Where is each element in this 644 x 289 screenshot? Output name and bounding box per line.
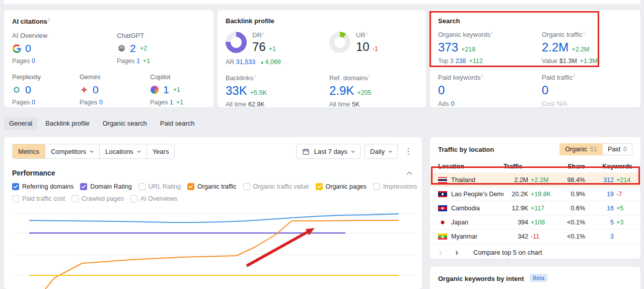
ur-block: UR 10-1 — [329, 31, 418, 66]
pages-delta: +1 — [176, 99, 183, 106]
ai-citation-count[interactable]: 0 — [25, 42, 31, 54]
checkbox-organic-traffic-value[interactable]: Organic traffic value — [243, 183, 309, 190]
ref-domains-value[interactable]: 2.9K — [329, 84, 354, 97]
checkbox-box-icon — [12, 183, 19, 190]
info-icon — [254, 74, 255, 79]
checkbox-impressions[interactable]: Impressions — [373, 183, 417, 190]
ai-source-label: ChatGPT — [117, 32, 205, 39]
paid-traffic-value[interactable]: 0 — [542, 83, 548, 97]
collapse-chevron-icon[interactable] — [405, 168, 414, 178]
country-name[interactable]: Myanmar — [451, 233, 477, 240]
checkbox-referring-domains[interactable]: Referring domains — [12, 183, 74, 190]
tab-paid-search[interactable]: Paid search — [155, 117, 200, 130]
location-row-japan[interactable]: Japan394+108<0.1%5+3 — [430, 215, 640, 229]
chevron-down-icon — [351, 147, 355, 156]
value-label: Value — [542, 57, 557, 65]
pages-count[interactable]: 0 — [32, 57, 35, 65]
paid-toggle-button[interactable]: Paid 0 — [603, 143, 632, 155]
traffic-value: 342 — [518, 233, 528, 240]
pages-count[interactable]: 1 — [170, 99, 173, 106]
ai-source-label: AI Overview — [12, 32, 117, 39]
checkbox-label: Organic traffic value — [253, 183, 309, 190]
ai-citation-chatgpt: ChatGPT2+2Pages 1+1 — [117, 32, 205, 65]
filter-competitors[interactable]: Competitors — [45, 144, 99, 158]
filter-years[interactable]: Years — [147, 144, 175, 158]
country-name[interactable]: Japan — [451, 219, 468, 226]
chevron-down-icon — [388, 147, 392, 156]
country-name[interactable]: Cambodia — [451, 205, 480, 212]
keywords-value[interactable]: 16 — [607, 205, 614, 212]
keywords-by-intent-title: Organic keywords by intent — [438, 275, 524, 282]
checkbox-url-rating[interactable]: URL Rating — [138, 183, 181, 190]
filter-metrics[interactable]: Metrics — [13, 144, 45, 158]
pages-label: Pages — [117, 57, 136, 65]
more-options-icon[interactable]: ⋮ — [402, 147, 415, 155]
location-row-myanmar[interactable]: Myanmar342-11<0.1%3 — [430, 229, 640, 243]
backlinks-value[interactable]: 33K — [226, 84, 247, 97]
pages-count[interactable]: 0 — [32, 99, 35, 106]
search-card: Search Organic keywords 373+218 Top 3238… — [430, 10, 640, 107]
location-row-cambodia[interactable]: Cambodia12.9K+1170.6%16+5 — [430, 201, 640, 215]
copilot-icon — [150, 85, 159, 94]
keywords-value[interactable]: 5 — [610, 219, 614, 226]
location-row-lao-people-s-democratic-reput[interactable]: Lao People's Democratic Reput20.2K+19.8K… — [430, 187, 640, 201]
prev-page-icon[interactable]: ‹ — [438, 248, 443, 257]
ai-source-label: Copilot — [150, 73, 205, 81]
next-page-icon[interactable]: › — [454, 248, 459, 257]
pages-label: Pages — [150, 99, 170, 106]
date-range-button[interactable]: Last 7 days — [296, 144, 361, 159]
ads-value[interactable]: 0 — [451, 100, 455, 107]
ai-citation-count[interactable]: 1 — [163, 84, 169, 96]
keywords-value[interactable]: 19 — [607, 191, 614, 198]
location-cell: Thailand — [438, 177, 504, 184]
organic-paid-toggle: Organic 51 Paid 0 — [559, 143, 632, 155]
filter-locations[interactable]: Locations — [99, 144, 147, 158]
pages-label: Pages — [12, 99, 32, 106]
tab-organic-search[interactable]: Organic search — [98, 117, 152, 130]
granularity-button[interactable]: Daily — [365, 144, 398, 159]
checkbox-box-icon — [187, 183, 194, 190]
ai-citation-count[interactable]: 0 — [25, 84, 31, 96]
pages-delta: +1 — [143, 57, 150, 65]
chatgpt-icon — [117, 44, 126, 53]
keywords-value[interactable]: 312 — [603, 177, 614, 184]
info-icon — [491, 30, 492, 35]
country-name[interactable]: Thailand — [451, 177, 475, 184]
location-cell: Lao People's Democratic Reput — [438, 191, 504, 198]
pages-count[interactable]: 1 — [136, 57, 140, 65]
backlink-profile-title: Backlink profile — [226, 17, 418, 25]
keywords-delta: +214 — [616, 177, 632, 184]
ai-citation-count[interactable]: 0 — [93, 84, 99, 96]
paid-count: 0 — [623, 146, 627, 153]
flag-icon — [438, 219, 447, 225]
tab-general[interactable]: General — [4, 117, 37, 130]
top3-value[interactable]: 238 — [456, 57, 466, 65]
checkbox-organic-traffic[interactable]: Organic traffic — [187, 183, 237, 190]
organic-keywords-delta: +218 — [461, 46, 475, 53]
traffic-value: 12.9K — [512, 205, 528, 212]
paid-keywords-value[interactable]: 0 — [438, 83, 445, 97]
tab-backlink-profile[interactable]: Backlink profile — [40, 117, 94, 130]
pages-count[interactable]: 0 — [99, 99, 103, 106]
checkbox-domain-rating[interactable]: Domain Rating — [80, 183, 132, 190]
checkbox-organic-pages[interactable]: Organic pages — [316, 183, 367, 190]
location-table-footer: ‹ › Compare top 5 on chart — [430, 243, 640, 259]
organic-traffic-value[interactable]: 2.2M — [542, 40, 568, 54]
organic-keywords-value[interactable]: 373 — [438, 40, 458, 54]
traffic-value: 2.2M — [514, 177, 528, 184]
compare-top5-link[interactable]: Compare top 5 on chart — [473, 249, 542, 256]
keywords-value[interactable]: 3 — [610, 233, 614, 240]
organic-toggle-button[interactable]: Organic 51 — [559, 143, 603, 155]
pages-label: Pages — [80, 99, 99, 106]
granularity-label: Daily — [370, 148, 385, 155]
country-name[interactable]: Lao People's Democratic Reput — [451, 191, 504, 198]
alltime-label: All time — [226, 101, 246, 108]
ai-citation-count[interactable]: 2 — [130, 42, 136, 54]
location-table-header: Location Traffic Share Keywords — [430, 160, 640, 172]
ar-value[interactable]: 31,533 — [236, 59, 255, 66]
location-row-thailand[interactable]: Thailand2.2M+2.2M98.4%312+214 — [430, 172, 640, 187]
col-location: Location — [438, 163, 504, 170]
chevron-down-icon — [90, 147, 94, 156]
keywords-cell: 5+3 — [585, 219, 632, 226]
filter-segmented-control: MetricsCompetitorsLocationsYears — [12, 144, 175, 159]
